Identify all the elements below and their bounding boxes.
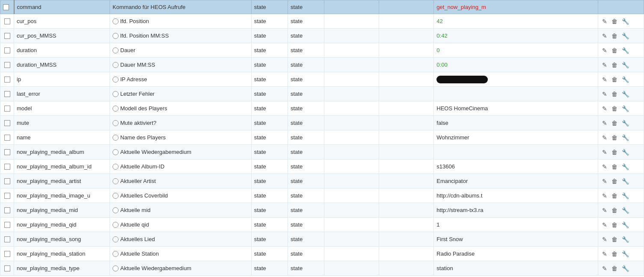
delete-button[interactable]: 🗑: [610, 250, 619, 258]
config-button[interactable]: 🔧: [620, 250, 630, 258]
config-button[interactable]: 🔧: [620, 104, 630, 113]
action-icons-group: ✎🗑🔧: [601, 162, 641, 171]
row-name: now_playing_media_qid: [14, 218, 110, 232]
delete-button[interactable]: 🗑: [610, 61, 619, 69]
config-button[interactable]: 🔧: [620, 133, 630, 142]
config-button[interactable]: 🔧: [620, 148, 630, 156]
row-checkbox-icon[interactable]: [4, 193, 10, 199]
edit-button[interactable]: ✎: [601, 264, 608, 273]
row-empty2: [379, 174, 434, 189]
row-desc: Modell des Players: [110, 101, 252, 116]
edit-button[interactable]: ✎: [601, 250, 608, 258]
row-value: First Snow: [434, 232, 598, 247]
edit-button[interactable]: ✎: [601, 104, 608, 113]
config-button[interactable]: 🔧: [620, 17, 630, 26]
config-button[interactable]: 🔧: [620, 177, 630, 186]
table-row: now_playing_media_songAktuelles Liedstat…: [0, 232, 644, 247]
row-checkbox-icon[interactable]: [4, 77, 10, 83]
delete-button[interactable]: 🗑: [610, 17, 619, 26]
config-button[interactable]: 🔧: [620, 75, 630, 84]
edit-button[interactable]: ✎: [601, 119, 608, 127]
row-checkbox-icon[interactable]: [4, 222, 10, 228]
row-type2: state: [288, 43, 324, 58]
config-button[interactable]: 🔧: [620, 46, 630, 55]
row-actions: ✎🗑🔧: [598, 247, 644, 261]
config-button[interactable]: 🔧: [620, 235, 630, 244]
row-value: [434, 145, 598, 159]
row-checkbox-icon[interactable]: [4, 135, 10, 141]
header-empty2-col: [379, 0, 434, 14]
row-checkbox-icon[interactable]: [4, 178, 10, 184]
row-checkbox-icon[interactable]: [4, 91, 10, 97]
config-button[interactable]: 🔧: [620, 221, 630, 229]
edit-button[interactable]: ✎: [601, 17, 608, 26]
delete-button[interactable]: 🗑: [610, 133, 619, 142]
config-button[interactable]: 🔧: [620, 162, 630, 171]
config-button[interactable]: 🔧: [620, 61, 630, 69]
delete-button[interactable]: 🗑: [610, 192, 619, 200]
row-circle-icon: [113, 222, 119, 228]
config-button[interactable]: 🔧: [620, 206, 630, 215]
row-checkbox-icon[interactable]: [4, 106, 10, 112]
row-name: name: [14, 130, 110, 145]
edit-button[interactable]: ✎: [601, 46, 608, 55]
config-button[interactable]: 🔧: [620, 119, 630, 127]
redacted-blob: [436, 76, 488, 83]
delete-button[interactable]: 🗑: [610, 235, 619, 244]
action-icons-group: ✎🗑🔧: [601, 32, 641, 40]
delete-button[interactable]: 🗑: [610, 119, 619, 127]
row-checkbox-icon[interactable]: [4, 62, 10, 68]
row-checkbox-icon[interactable]: [4, 207, 10, 213]
row-checkbox-icon[interactable]: [4, 149, 10, 155]
config-button[interactable]: 🔧: [620, 264, 630, 273]
edit-button[interactable]: ✎: [601, 192, 608, 200]
row-checkbox-icon[interactable]: [4, 120, 10, 126]
row-checkbox-icon[interactable]: [4, 18, 10, 24]
edit-button[interactable]: ✎: [601, 162, 608, 171]
row-name: duration_MMSS: [14, 58, 110, 72]
delete-button[interactable]: 🗑: [610, 221, 619, 229]
edit-button[interactable]: ✎: [601, 90, 608, 98]
row-circle-icon: [113, 18, 119, 24]
row-value: http://stream-tx3.ra: [434, 203, 598, 218]
delete-button[interactable]: 🗑: [610, 264, 619, 273]
row-value: 0:00: [434, 58, 598, 72]
edit-button[interactable]: ✎: [601, 148, 608, 156]
delete-button[interactable]: 🗑: [610, 46, 619, 55]
row-circle-icon: [113, 164, 119, 170]
edit-button[interactable]: ✎: [601, 177, 608, 186]
row-checkbox-icon[interactable]: [4, 251, 10, 257]
row-checkbox-icon[interactable]: [4, 164, 10, 170]
row-type1: state: [251, 159, 288, 174]
edit-button[interactable]: ✎: [601, 32, 608, 40]
delete-button[interactable]: 🗑: [610, 177, 619, 186]
config-button[interactable]: 🔧: [620, 90, 630, 98]
edit-button[interactable]: ✎: [601, 235, 608, 244]
edit-button[interactable]: ✎: [601, 133, 608, 142]
delete-button[interactable]: 🗑: [610, 90, 619, 98]
edit-button[interactable]: ✎: [601, 221, 608, 229]
delete-button[interactable]: 🗑: [610, 104, 619, 113]
edit-button[interactable]: ✎: [601, 75, 608, 84]
row-actions: ✎🗑🔧: [598, 14, 644, 29]
delete-button[interactable]: 🗑: [610, 32, 619, 40]
row-checkbox-icon[interactable]: [4, 47, 10, 53]
config-button[interactable]: 🔧: [620, 192, 630, 200]
row-actions: ✎🗑🔧: [598, 174, 644, 189]
delete-button[interactable]: 🗑: [610, 148, 619, 156]
header-actions-col: [598, 0, 644, 14]
row-name: now_playing_media_station: [14, 247, 110, 261]
main-table-container: command Kommando für HEOS Aufrufe state …: [0, 0, 644, 276]
delete-button[interactable]: 🗑: [610, 162, 619, 171]
row-checkbox-icon[interactable]: [4, 33, 10, 39]
edit-button[interactable]: ✎: [601, 206, 608, 215]
config-button[interactable]: 🔧: [620, 32, 630, 40]
delete-button[interactable]: 🗑: [610, 206, 619, 215]
edit-button[interactable]: ✎: [601, 61, 608, 69]
delete-button[interactable]: 🗑: [610, 75, 619, 84]
row-circle-icon: [113, 106, 119, 112]
row-checkbox-icon[interactable]: [4, 236, 10, 242]
row-desc: Aktuelles Lied: [110, 232, 252, 247]
row-checkbox-icon[interactable]: [4, 265, 10, 271]
row-type2: state: [288, 101, 324, 116]
